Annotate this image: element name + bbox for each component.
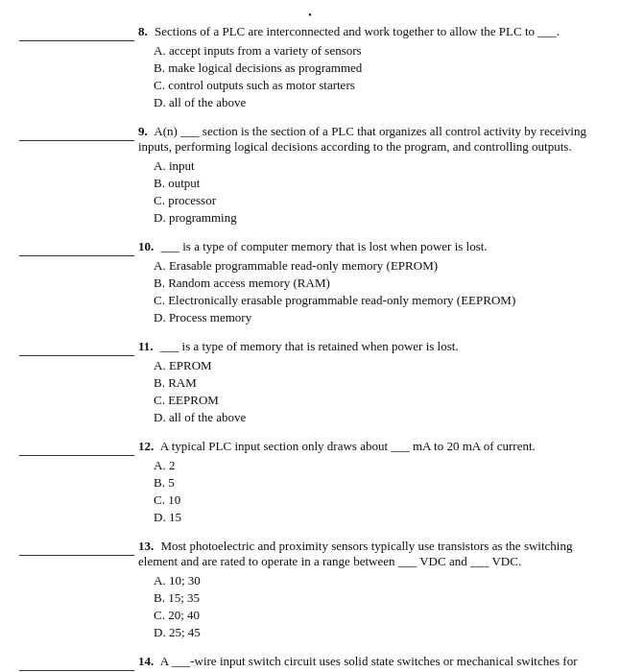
question-content-12: 12. A typical PLC input section only dra… [134, 439, 601, 525]
question-content-11: 11. ___ is a type of memory that is reta… [134, 339, 601, 425]
questions-container: 8. Sections of a PLC are interconnected … [19, 24, 601, 672]
option-12-0: A. 2 [154, 458, 601, 473]
question-content-13: 13. Most photoelectric and proximity sen… [134, 539, 601, 640]
question-text-12: A typical PLC input section only draws a… [157, 439, 536, 453]
option-13-0: A. 10; 30 [154, 573, 601, 588]
option-11-2: C. EEPROM [154, 393, 601, 408]
question-block-8: 8. Sections of a PLC are interconnected … [19, 24, 601, 110]
options-8: A. accept inputs from a variety of senso… [154, 43, 601, 110]
option-10-1: B. Random access memory (RAM) [154, 276, 601, 291]
question-content-10: 10. ___ is a type of computer memory tha… [134, 239, 601, 325]
option-10-2: C. Electronically erasable programmable … [154, 293, 601, 308]
options-12: A. 2B. 5C. 10D. 15 [154, 458, 601, 525]
option-8-1: B. make logical decisions as programmed [154, 60, 601, 76]
option-10-3: D. Process memory [154, 310, 601, 325]
option-11-1: B. RAM [154, 375, 601, 391]
question-text-10: ___ is a type of computer memory that is… [157, 239, 487, 253]
option-8-0: A. accept inputs from a variety of senso… [154, 43, 601, 59]
question-text-11: ___ is a type of memory that is retained… [157, 339, 459, 353]
answer-line-8 [19, 26, 134, 41]
option-9-1: B. output [154, 176, 601, 191]
question-block-12: 12. A typical PLC input section only dra… [19, 439, 601, 525]
option-11-3: D. all of the above [154, 410, 601, 425]
option-10-0: A. Erasable programmable read-only memor… [154, 258, 601, 274]
question-block-10: 10. ___ is a type of computer memory tha… [19, 239, 601, 325]
option-13-3: D. 25; 45 [154, 625, 601, 640]
question-number-10: 10. [138, 239, 154, 253]
option-9-0: A. input [154, 158, 601, 174]
answer-line-11 [19, 341, 134, 356]
option-13-1: B. 15; 35 [154, 590, 601, 606]
question-content-9: 9. A(n) ___ section is the section of a … [134, 124, 601, 226]
question-block-13: 13. Most photoelectric and proximity sen… [19, 539, 601, 640]
options-13: A. 10; 30B. 15; 35C. 20; 40D. 25; 45 [154, 573, 601, 640]
question-content-8: 8. Sections of a PLC are interconnected … [134, 24, 601, 110]
answer-line-10 [19, 241, 134, 256]
option-12-2: C. 10 [154, 492, 601, 508]
options-9: A. inputB. outputC. processorD. programm… [154, 158, 601, 226]
question-number-13: 13. [138, 539, 154, 553]
answer-line-12 [19, 441, 134, 456]
question-number-14: 14. [138, 654, 154, 668]
question-block-11: 11. ___ is a type of memory that is reta… [19, 339, 601, 425]
question-number-8: 8. [138, 24, 148, 38]
options-10: A. Erasable programmable read-only memor… [154, 258, 601, 325]
question-text-13: Most photoelectric and proximity sensors… [138, 539, 572, 568]
question-number-9: 9. [138, 124, 148, 138]
answer-line-14 [19, 656, 134, 671]
question-text-14: A ___-wire input switch circuit uses sol… [138, 654, 577, 672]
option-12-1: B. 5 [154, 475, 601, 491]
question-number-11: 11. [138, 339, 154, 353]
header-dot: • [19, 10, 601, 20]
question-block-9: 9. A(n) ___ section is the section of a … [19, 124, 601, 226]
option-11-0: A. EPROM [154, 358, 601, 373]
question-text-8: Sections of a PLC are interconnected and… [152, 24, 560, 38]
option-9-2: C. processor [154, 193, 601, 208]
question-number-12: 12. [138, 439, 154, 453]
option-8-2: C. control outputs such as motor starter… [154, 78, 601, 93]
answer-line-9 [19, 126, 134, 141]
option-13-2: C. 20; 40 [154, 608, 601, 623]
question-text-9: A(n) ___ section is the section of a PLC… [138, 124, 586, 154]
answer-line-13 [19, 540, 134, 556]
option-12-3: D. 15 [154, 510, 601, 525]
option-8-3: D. all of the above [154, 95, 601, 110]
question-content-14: 14. A ___-wire input switch circuit uses… [134, 654, 601, 672]
question-block-14: 14. A ___-wire input switch circuit uses… [19, 654, 601, 672]
option-9-3: D. programming [154, 210, 601, 226]
options-11: A. EPROMB. RAMC. EEPROMD. all of the abo… [154, 358, 601, 425]
